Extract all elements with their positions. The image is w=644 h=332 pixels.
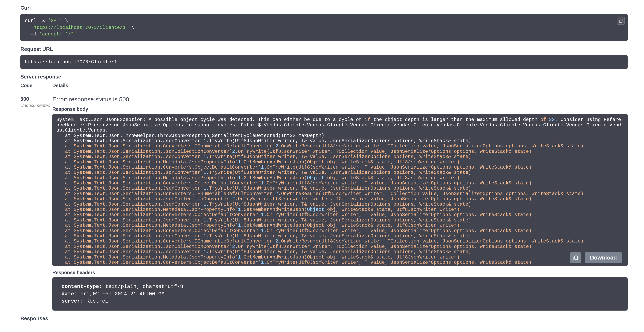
status-code: 500 [20, 96, 52, 102]
svg-rect-0 [620, 19, 622, 22]
response-body-scroll[interactable]: System.Text.Json.JsonException: A possib… [52, 114, 628, 266]
curl-l2a [25, 25, 30, 30]
clipboard-icon [618, 19, 623, 23]
response-headers-block: content-type: text/plain; charset=utf-8 … [52, 277, 628, 310]
server-response-label: Server response [20, 74, 628, 80]
curl-l1a: curl -X [25, 18, 48, 24]
curl-l1b: 'GET' [48, 18, 62, 24]
responses-label: Responses [20, 315, 628, 321]
response-headers-label: Response headers [52, 270, 628, 275]
status-undocumented: Undocumented [20, 103, 52, 108]
curl-l3b: 'accept: */*' [39, 32, 76, 37]
response-body-block: System.Text.Json.JsonException: A possib… [52, 114, 628, 266]
copy-response-button[interactable] [570, 252, 581, 263]
error-status-line: Error: response status is 500 [52, 96, 628, 103]
column-code: Code [20, 83, 52, 88]
curl-l2b: 'https://localhost:7073/Cliente/1' [30, 25, 128, 30]
column-details: Details [52, 83, 628, 88]
download-button[interactable]: Download [585, 252, 622, 263]
request-url-block: https://localhost:7073/Cliente/1 [20, 55, 628, 69]
copy-curl-button[interactable] [617, 17, 625, 25]
svg-rect-1 [575, 256, 578, 260]
clipboard-icon [573, 255, 578, 260]
curl-l1c: \ [62, 18, 68, 24]
request-url-label: Request URL [20, 46, 628, 52]
curl-l3a: -H [25, 32, 39, 37]
curl-l2c: \ [128, 25, 134, 30]
curl-label: Curl [20, 5, 628, 11]
curl-command-block: curl -X 'GET' \ 'https://localhost:7073/… [20, 14, 628, 41]
response-body-label: Response body [52, 106, 628, 112]
request-url-value: https://localhost:7073/Cliente/1 [25, 59, 117, 65]
